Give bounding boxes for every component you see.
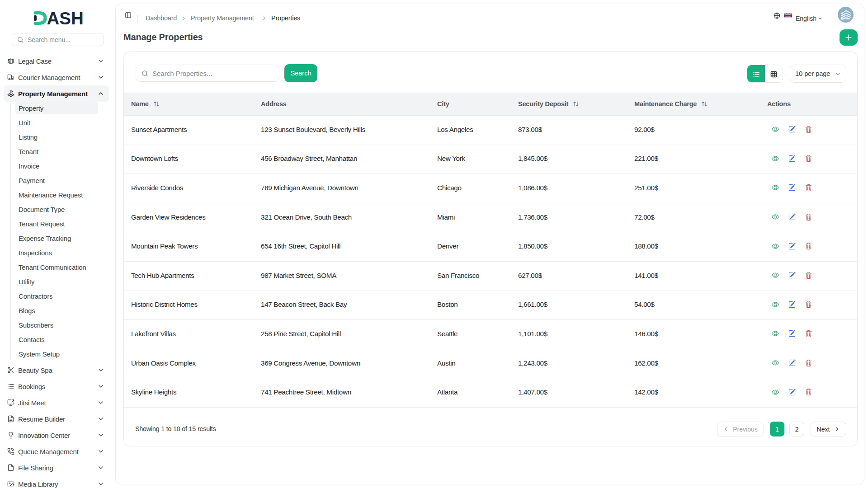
svg-text:ASH: ASH — [47, 10, 84, 26]
